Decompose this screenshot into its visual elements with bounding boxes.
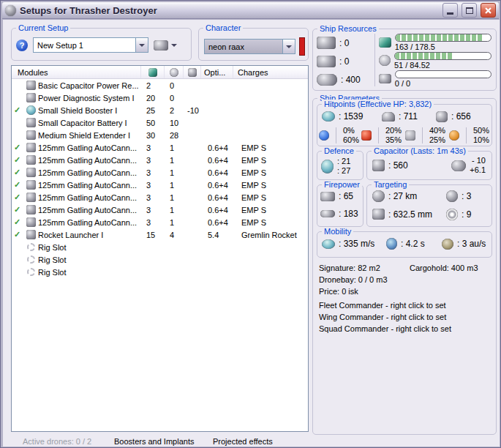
table-row[interactable]: ✓ 125mm Gatling AutoCann... 3 1 0.6+4 EM… bbox=[12, 179, 308, 191]
module-icon bbox=[24, 81, 38, 90]
character-select-dropdown-button[interactable] bbox=[282, 40, 295, 53]
title-bar[interactable]: Setups for Thrasher Destroyer bbox=[2, 2, 499, 19]
explosive-shield-resist: 50% bbox=[473, 126, 489, 135]
close-button[interactable] bbox=[481, 3, 496, 18]
modules-list-header[interactable]: Modules Opti... Charges bbox=[12, 66, 308, 79]
defence-top-value: : 21 bbox=[337, 157, 350, 165]
defence-group: Defence : 21 : 27 bbox=[317, 151, 363, 180]
column-optimal[interactable]: Opti... bbox=[200, 66, 233, 78]
column-cpu[interactable] bbox=[140, 66, 164, 78]
table-row[interactable]: ✓ 125mm Gatling AutoCann... 3 1 0.6+4 EM… bbox=[12, 216, 308, 228]
table-row[interactable]: Small Capacitor Battery I 50 10 bbox=[12, 116, 308, 129]
module-icon bbox=[24, 130, 38, 140]
fitted-check: ✓ bbox=[12, 230, 24, 239]
table-row[interactable]: Medium Shield Extender I 30 28 bbox=[12, 129, 308, 141]
divider bbox=[466, 127, 467, 143]
setup-select-dropdown-button[interactable] bbox=[135, 38, 148, 52]
table-row[interactable]: ✓ 125mm Gatling AutoCann... 3 1 0.6+4 EM… bbox=[12, 204, 308, 216]
table-row[interactable]: Rig Slot bbox=[12, 266, 308, 278]
module-pg: 28 bbox=[168, 131, 187, 140]
table-row[interactable]: ✓ 125mm Gatling AutoCann... 3 1 0.6+4 EM… bbox=[12, 154, 308, 166]
table-row[interactable]: ✓ 125mm Gatling AutoCann... 3 1 0.6+4 EM… bbox=[12, 191, 308, 204]
tools-icon bbox=[154, 40, 168, 51]
structure-hp-icon bbox=[436, 111, 448, 122]
module-name: 125mm Gatling AutoCann... bbox=[38, 218, 145, 227]
warp-speed-icon bbox=[442, 239, 453, 250]
window-title: Setups for Thrasher Destroyer bbox=[20, 5, 439, 16]
armor-hp-icon bbox=[382, 112, 395, 122]
module-cpu: 50 bbox=[145, 119, 168, 127]
table-row[interactable]: ✓ 125mm Gatling AutoCann... 3 1 0.6+4 EM… bbox=[12, 141, 308, 154]
boosters-implants-expander[interactable]: Boosters and Implants bbox=[114, 437, 194, 446]
squad-commander-setter[interactable]: Squad Commander - right click to set bbox=[319, 324, 451, 333]
character-select[interactable]: neon raax bbox=[204, 39, 295, 54]
module-pg: 4 bbox=[168, 231, 187, 239]
column-modules[interactable]: Modules bbox=[12, 66, 140, 78]
kinetic-armor-resist: 25% bbox=[429, 135, 445, 144]
ship-resources-group: Ship Resources : 0 : 0 : 400 bbox=[312, 29, 497, 91]
column-optimal-label: Opti... bbox=[204, 68, 225, 77]
minimize-icon bbox=[447, 12, 453, 15]
capacitor-recharge-value: +6.1 bbox=[470, 165, 486, 174]
rig-slot-icon bbox=[24, 268, 38, 276]
module-cpu: 3 bbox=[145, 206, 168, 214]
table-row[interactable]: ✓ Rocket Launcher I 15 4 5.4 Gremlin Roc… bbox=[12, 228, 308, 241]
setup-select-value: New Setup 1 bbox=[34, 38, 135, 52]
module-name: Small Capacitor Battery I bbox=[38, 119, 145, 127]
help-icon[interactable]: ? bbox=[16, 40, 28, 51]
setup-select[interactable]: New Setup 1 bbox=[33, 37, 148, 53]
signature-stat: Signature: 82 m2 bbox=[319, 264, 380, 272]
maximize-button[interactable] bbox=[462, 3, 477, 18]
module-pg: 1 bbox=[168, 218, 187, 227]
capacitor-icon bbox=[188, 68, 197, 77]
cpu-bar bbox=[395, 34, 491, 42]
module-name: Medium Shield Extender I bbox=[38, 131, 145, 140]
sensor-strength-value: : 9 bbox=[462, 209, 471, 220]
table-row[interactable]: ✓ 125mm Gatling AutoCann... 3 1 0.6+4 EM… bbox=[12, 166, 308, 179]
module-name: 125mm Gatling AutoCann... bbox=[38, 206, 145, 214]
minimize-button[interactable] bbox=[442, 3, 458, 18]
help-glyph: ? bbox=[20, 41, 25, 50]
divider bbox=[378, 127, 379, 143]
module-charges: EMP S bbox=[237, 156, 308, 165]
launcher-hardpoints-value: : 0 bbox=[339, 56, 349, 67]
capacitor-drain-value: - 10 bbox=[472, 156, 486, 165]
shield-hp-value: : 1539 bbox=[339, 111, 363, 122]
calibration-icon bbox=[317, 74, 337, 86]
wing-commander-setter[interactable]: Wing Commander - right click to set bbox=[319, 313, 446, 321]
turret-module-icon bbox=[24, 217, 38, 227]
module-cpu: 2 bbox=[145, 81, 168, 90]
launcher-module-icon bbox=[24, 230, 38, 239]
warp-speed-value: : 3 au/s bbox=[457, 239, 486, 249]
setup-tools-button[interactable] bbox=[154, 40, 177, 51]
table-row[interactable]: Basic Capacitor Power Re... 2 0 bbox=[12, 79, 308, 92]
powergrid-icon bbox=[170, 68, 178, 77]
fitted-check: ✓ bbox=[12, 205, 24, 214]
structure-hp-value: : 656 bbox=[451, 111, 471, 122]
max-targets-value: : 3 bbox=[462, 191, 471, 201]
table-row[interactable]: ✓ Small Shield Booster I 25 2 -10 bbox=[12, 104, 308, 116]
module-cpu: 3 bbox=[145, 181, 168, 190]
table-row[interactable]: Power Diagnostic System I 20 0 bbox=[12, 92, 308, 104]
module-cpu: 3 bbox=[145, 193, 168, 202]
active-drones-label: Active drones: 0 / 2 bbox=[23, 437, 91, 446]
projected-effects-expander[interactable]: Projected effects bbox=[213, 437, 273, 446]
table-row[interactable]: Rig Slot bbox=[12, 253, 308, 266]
sensor-strength-icon bbox=[446, 209, 458, 220]
cpu-usage-text: 163 / 178.5 bbox=[395, 42, 491, 51]
module-optimal: 0.6+4 bbox=[205, 143, 237, 152]
module-pg: 1 bbox=[168, 181, 187, 190]
modules-list[interactable]: Modules Opti... Charges Basic Capacitor … bbox=[11, 65, 309, 432]
table-row[interactable]: Rig Slot bbox=[12, 241, 308, 253]
mobility-label: Mobility bbox=[322, 227, 353, 236]
fleet-commander-setter[interactable]: Fleet Commander - right click to set bbox=[319, 301, 446, 310]
column-capacitor[interactable] bbox=[183, 66, 200, 78]
rig-usage-text: 0 / 0 bbox=[395, 79, 491, 88]
column-powergrid[interactable] bbox=[164, 66, 183, 78]
cpu-icon bbox=[148, 68, 157, 77]
column-charges[interactable]: Charges bbox=[233, 66, 308, 78]
module-cpu: 15 bbox=[145, 231, 168, 239]
client-area: Current Setup ? New Setup 1 Character ne… bbox=[3, 20, 500, 447]
module-name: Rocket Launcher I bbox=[38, 231, 145, 239]
thermal-armor-resist: 35% bbox=[385, 135, 402, 144]
